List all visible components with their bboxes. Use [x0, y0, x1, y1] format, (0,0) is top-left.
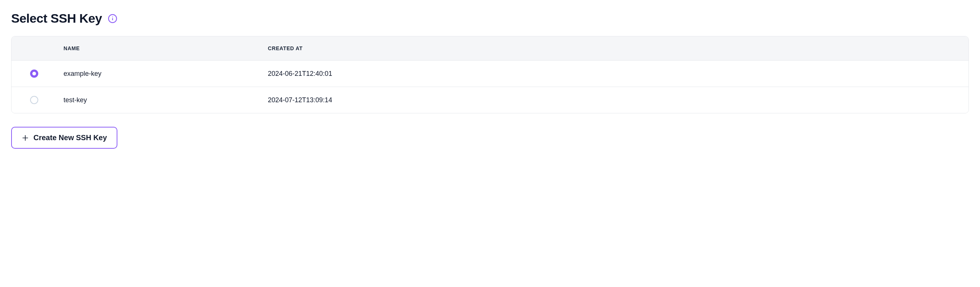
info-icon[interactable] — [108, 14, 118, 24]
table-row[interactable]: test-key 2024-07-12T13:09:14 — [11, 87, 969, 113]
radio-select[interactable] — [30, 96, 38, 104]
page-header: Select SSH Key — [11, 11, 969, 26]
create-button-label: Create New SSH Key — [33, 134, 107, 142]
ssh-key-name: example-key — [64, 70, 102, 78]
plus-icon — [22, 134, 29, 142]
table-row[interactable]: example-key 2024-06-21T12:40:01 — [11, 61, 969, 87]
radio-select[interactable] — [30, 70, 38, 78]
page-title: Select SSH Key — [11, 11, 102, 26]
column-header-created-at: Created At — [268, 45, 303, 51]
ssh-key-table: Name Created At example-key 2024-06-21T1… — [11, 36, 969, 113]
column-header-name: Name — [64, 45, 80, 51]
ssh-key-name: test-key — [64, 96, 87, 104]
ssh-key-created-at: 2024-07-12T13:09:14 — [268, 96, 332, 104]
table-header-row: Name Created At — [11, 37, 969, 61]
ssh-key-created-at: 2024-06-21T12:40:01 — [268, 70, 332, 78]
create-new-ssh-key-button[interactable]: Create New SSH Key — [11, 127, 118, 149]
svg-point-2 — [112, 16, 113, 17]
